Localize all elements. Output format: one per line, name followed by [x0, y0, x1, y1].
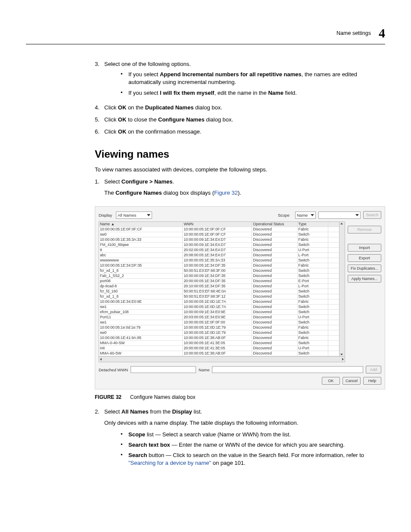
dialog-footer-buttons: OK Cancel Help — [99, 377, 381, 385]
table-row[interactable]: init20:00:00:09:1E:41:3E:05DiscoveredU-P… — [99, 346, 339, 351]
dialog-sidebar: RemoveImportExportFix Duplicates...Apply… — [348, 221, 381, 362]
dropdown-icon — [147, 214, 150, 216]
apply-names-button[interactable]: Apply Names... — [348, 275, 381, 283]
table-row[interactable]: sw010:00:00:05:1E:0D:1E:79DiscoveredSwit… — [99, 330, 339, 336]
table-row[interactable]: MMA-60-SW10:00:00:05:1E:38:AB:0FDiscover… — [99, 351, 339, 356]
table-row[interactable]: 10:00:00:05:1E:41:9A:8510:00:00:05:1E:38… — [99, 336, 339, 341]
table-row[interactable]: sw110:00:00:05:1E:0F:0F:00DiscoveredSwit… — [99, 320, 339, 325]
table-row[interactable]: dp-9cad-820:10:00:05:1E:34:DF:35Discover… — [99, 284, 339, 289]
table-row[interactable]: tt20:02:00:05:1E:34:E4:D7DiscoveredU-Por… — [99, 248, 339, 253]
detached-wwn-label: Detached WWN — [99, 367, 128, 373]
table-row[interactable]: sw110:00:00:05:1E:0D:1E:7ADiscoveredSwit… — [99, 305, 339, 310]
dialog-topbar: Display All Names Scope Name Search — [99, 210, 381, 221]
detached-wwn-input[interactable] — [131, 366, 196, 373]
vertical-scrollbar[interactable] — [339, 221, 345, 357]
table-row[interactable]: abc20:08:00:05:1E:34:E4:D7DiscoveredL-Po… — [99, 253, 339, 258]
search-button[interactable]: Search — [363, 211, 381, 219]
table-row[interactable]: wwwwwww10:00:00:05:1E:35:3A:33Discovered… — [99, 258, 339, 263]
figure-caption-text: Configure Names dialog box — [130, 394, 195, 400]
ok-button[interactable]: OK — [322, 377, 340, 385]
table-row[interactable]: Port1120:03:00:05:1E:34:E0:9EDiscoveredU… — [99, 315, 339, 320]
steps-list-3: 2.Select All Names from the Display list… — [95, 408, 385, 470]
removebutton[interactable]: Remove — [348, 226, 381, 233]
header-chapter-number: 4 — [379, 26, 385, 40]
steps-list-1: 3.Select one of the following options.If… — [95, 60, 385, 136]
section-heading-viewing-names: Viewing names — [95, 147, 385, 162]
intro-paragraph: To view names associated with devices, c… — [95, 166, 385, 174]
header-section-label: Name settings — [336, 30, 371, 36]
horizontal-scrollbar[interactable] — [99, 357, 345, 362]
dropdown-icon — [355, 214, 359, 216]
add-button[interactable]: Add — [366, 366, 381, 373]
table-row[interactable]: fcr_xd_1_850:00:51:E0:EF:68:3F:00Discove… — [99, 268, 339, 274]
table-row[interactable]: port0820:00:00:05:1E:34:DF:35DiscoveredE… — [99, 279, 339, 284]
table-row[interactable]: MMA-0-40-SW10:00:00:05:1E:41:3E:05Discov… — [99, 341, 339, 346]
scope-dropdown-value: Name — [297, 212, 308, 218]
steps-list-2: 1.Select Configure > Names.The Configure… — [95, 178, 385, 200]
table-row[interactable]: 10:00:00:05:1E:34:E0:9E10:00:00:05:1E:0D… — [99, 299, 339, 305]
exportbutton[interactable]: Export — [348, 254, 381, 262]
fix-duplicates-button[interactable]: Fix Duplicates... — [348, 264, 381, 272]
table-row[interactable]: Fab_1_SS2_210:00:00:09:1E:34:DF:35Discov… — [99, 274, 339, 279]
dropdown-icon — [311, 214, 314, 216]
table-row[interactable]: fcr_xd_1_850:00:51:E0:EF:68:3F:12Discove… — [99, 294, 339, 299]
table-row[interactable]: FM_4100_89qwe10:00:00:09:1E:34:E4:D7Disc… — [99, 243, 339, 248]
header-rule — [26, 44, 385, 44]
table-row[interactable]: 10:00:00:05:1E:35:3A:3310:00:00:09:1E:34… — [99, 237, 339, 243]
search-input[interactable] — [318, 212, 361, 219]
name-label: Name — [199, 367, 209, 373]
names-table: Name ▲WWNOperational StatusType10:00:00:… — [99, 221, 339, 357]
scope-label: Scope — [278, 212, 293, 218]
figure-label: FIGURE 32 — [95, 394, 121, 400]
help-button[interactable]: Help — [363, 377, 381, 385]
importbutton[interactable]: Import — [348, 244, 381, 252]
display-label: Display — [99, 212, 113, 218]
scroll-right-icon — [342, 358, 344, 361]
display-dropdown-value: All Names — [118, 212, 136, 218]
name-input[interactable] — [212, 366, 363, 373]
configure-names-dialog: Display All Names Scope Name Search Name… — [95, 206, 385, 389]
figure-caption: FIGURE 32 Configure Names dialog box — [95, 394, 385, 401]
table-row[interactable]: 10:00:00:05:1E:34:DF:3510:00:00:05:1E:34… — [99, 263, 339, 268]
table-row[interactable]: sw010:00:00:05:1E:0F:0F:CFDiscoveredSwit… — [99, 232, 339, 237]
table-row[interactable]: 10:00:00:05:1E:0F:0F:CF10:00:00:05:1E:0F… — [99, 227, 339, 232]
display-dropdown[interactable]: All Names — [116, 212, 152, 219]
table-row[interactable]: efcm_pulsar_10810:00:00:09:1E:34:E0:9EDi… — [99, 310, 339, 315]
scope-dropdown[interactable]: Name — [295, 212, 316, 219]
cancel-button[interactable]: Cancel — [342, 377, 361, 385]
scroll-left-icon — [100, 358, 102, 361]
table-row[interactable]: fcr_fd_16050:00:51:E0:EF:68:4E:0ADiscove… — [99, 289, 339, 294]
dialog-detached-row: Detached WWN Name Add — [99, 366, 381, 373]
table-row[interactable]: 10:00:00:05:1e:0d:1e:7910:00:00:05:1E:0D… — [99, 325, 339, 330]
